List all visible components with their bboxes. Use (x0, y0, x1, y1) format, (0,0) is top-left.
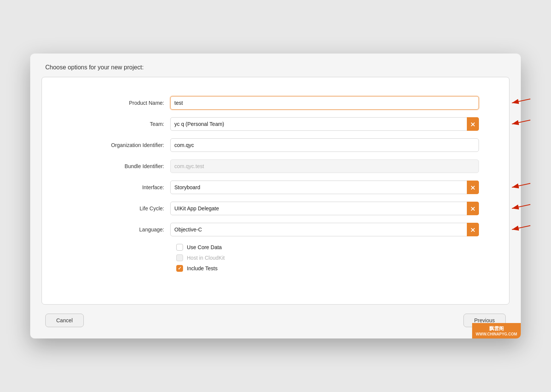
watermark-line1: 飘雲阁 (476, 325, 517, 332)
team-label: Team: (72, 121, 170, 127)
svg-line-3 (512, 120, 531, 124)
use-core-data-item: Use Core Data (176, 244, 225, 251)
bundle-id-label: Bundle Identifier: (72, 163, 170, 169)
interface-select-wrapper: Storyboard SwiftUI (170, 181, 479, 194)
use-core-data-checkbox[interactable] (176, 244, 183, 251)
host-in-cloudkit-item: Host in CloudKit (176, 254, 225, 261)
header-text: Choose options for your new project: (45, 64, 144, 70)
lifecycle-row: Life Cycle: UIKit App Delegate SwiftUI A… (42, 202, 509, 215)
team-select[interactable]: yc q (Personal Team) (170, 117, 479, 131)
svg-line-7 (512, 205, 531, 209)
include-tests-label: Include Tests (187, 265, 217, 271)
language-row: Language: Objective-C Swift (42, 223, 509, 236)
host-in-cloudkit-checkbox[interactable] (176, 254, 183, 261)
team-select-wrapper: yc q (Personal Team) (170, 117, 479, 131)
interface-arrow (509, 179, 532, 196)
team-row: Team: yc q (Personal Team) (42, 117, 509, 131)
interface-select[interactable]: Storyboard SwiftUI (170, 181, 479, 194)
use-core-data-label: Use Core Data (187, 244, 222, 250)
org-id-input[interactable] (170, 138, 479, 152)
dialog-header: Choose options for your new project: (30, 54, 521, 77)
product-name-label: Product Name: (72, 100, 170, 106)
checkboxes-row: Use Core Data Host in CloudKit ✓ Include… (42, 244, 509, 276)
svg-line-1 (512, 99, 531, 103)
watermark: 飘雲阁 WWW.CHINAPYG.COM (472, 323, 521, 338)
language-select-wrapper: Objective-C Swift (170, 223, 479, 236)
interface-label: Interface: (72, 184, 170, 190)
checkbox-group: Use Core Data Host in CloudKit ✓ Include… (176, 244, 225, 276)
language-arrow (509, 222, 532, 238)
new-project-dialog: Choose options for your new project: Pro… (30, 54, 521, 338)
checkmark-icon: ✓ (178, 266, 182, 271)
svg-line-9 (512, 226, 531, 230)
product-name-arrow (509, 95, 532, 111)
team-arrow (509, 116, 532, 132)
svg-line-5 (512, 184, 531, 188)
watermark-line2: WWW.CHINAPYG.COM (476, 332, 517, 336)
include-tests-checkbox[interactable]: ✓ (176, 265, 183, 272)
lifecycle-label: Life Cycle: (72, 205, 170, 211)
lifecycle-select-wrapper: UIKit App Delegate SwiftUI App (170, 202, 479, 215)
form-container: Product Name: Team: yc q (Person (42, 77, 509, 305)
product-name-row: Product Name: (42, 96, 509, 110)
dialog-footer: Cancel Previous (30, 305, 521, 327)
bundle-id-input (170, 159, 479, 173)
include-tests-item: ✓ Include Tests (176, 265, 225, 272)
interface-row: Interface: Storyboard SwiftUI (42, 181, 509, 194)
lifecycle-select[interactable]: UIKit App Delegate SwiftUI App (170, 202, 479, 215)
org-id-row: Organization Identifier: (42, 138, 509, 152)
bundle-id-row: Bundle Identifier: (42, 159, 509, 173)
host-in-cloudkit-label: Host in CloudKit (187, 255, 225, 261)
language-select[interactable]: Objective-C Swift (170, 223, 479, 236)
language-label: Language: (72, 227, 170, 233)
product-name-input[interactable] (170, 96, 479, 110)
cancel-button[interactable]: Cancel (45, 314, 84, 327)
org-id-label: Organization Identifier: (72, 142, 170, 148)
lifecycle-arrow (509, 201, 532, 217)
